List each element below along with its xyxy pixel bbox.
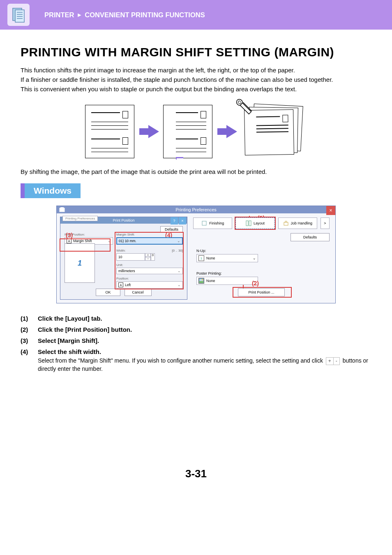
arrow-right-icon [226, 125, 237, 138]
window-titlebar: Printing Preferences × [57, 206, 335, 213]
chevron-down-icon: ⌄ [178, 269, 181, 273]
width-range: [0 .. 30] [172, 249, 183, 252]
preview-thumbnail: 1 [65, 243, 95, 283]
step-text: Select the shift width. [38, 348, 101, 355]
ok-button[interactable]: OK [96, 289, 120, 296]
tab-next-button[interactable]: > [321, 217, 330, 229]
stapler-icon [234, 97, 254, 116]
step-4-detail: Select from the "Margin Shift" menu. If … [38, 357, 371, 373]
diagram-stapled-stack [241, 105, 307, 158]
poster-label: Poster Printing: [196, 271, 326, 275]
margin-shift-label: Margin Shift: [116, 233, 183, 236]
svg-rect-13 [284, 222, 288, 225]
intro-line-3: This is convenient when you wish to stap… [21, 85, 371, 93]
finishing-icon [201, 220, 207, 226]
window-title: Printing Preferences [175, 207, 217, 212]
poster-icon [198, 278, 204, 284]
spinner-buttons-icon: +- [326, 357, 340, 365]
chevron-down-icon: ⌄ [253, 279, 256, 283]
step-number: (2) [21, 326, 32, 333]
tab-layout[interactable]: Layout [235, 217, 274, 229]
width-input[interactable]: 10 [116, 253, 145, 261]
position-label: Position: [116, 277, 183, 280]
step-number: (3) [21, 337, 32, 344]
diagram-note: By shifting the image, the part of the i… [21, 168, 371, 175]
tab-bar: Finishing Layout [193, 217, 330, 229]
print-position-label: Print Position: [65, 233, 113, 236]
svg-rect-8 [60, 208, 65, 212]
nup-select[interactable]: 1None ⌄ [196, 254, 258, 262]
svg-rect-1 [15, 10, 24, 22]
breadcrumb-section[interactable]: PRINTER [44, 11, 74, 19]
os-badge-windows: Windows [21, 183, 81, 198]
width-stepper[interactable]: +− [145, 253, 151, 261]
svg-point-16 [202, 279, 203, 280]
arrow-right-icon [148, 125, 159, 138]
svg-rect-9 [60, 207, 64, 208]
layout-icon [246, 220, 251, 226]
nup-label: N-Up: [196, 249, 326, 253]
step-text: Select [Margin Shift]. [38, 337, 99, 344]
intro-text: This function shifts the print image to … [21, 66, 371, 93]
chevron-down-icon: ⌄ [177, 239, 180, 243]
cancel-button[interactable]: Cancel [125, 289, 152, 296]
margin-shift-select[interactable]: 01) 10 mm. ⌄ [116, 237, 183, 245]
svg-point-7 [238, 100, 242, 104]
breadcrumb-separator-icon: ► [76, 12, 82, 18]
steps-list: (1) Click the [Layout] tab. (2) Click th… [21, 315, 371, 373]
margin-shift-diagram [21, 105, 371, 158]
diagram-before-page [85, 105, 134, 158]
page-number: 3-31 [21, 467, 371, 493]
job-handling-icon [283, 220, 289, 226]
poster-select[interactable]: None ⌄ [196, 277, 258, 285]
diagram-after-page [163, 105, 212, 158]
intro-line-2: If a finisher or saddle finisher is inst… [21, 75, 371, 84]
print-position-button[interactable]: Print Position ... [238, 288, 284, 296]
step-number: (1) [21, 315, 32, 322]
step-text: Click the [Print Position] button. [38, 326, 132, 333]
chevron-down-icon: ⌄ [178, 283, 181, 287]
intro-line-1: This function shifts the print image to … [21, 66, 371, 74]
position-select[interactable]: ALeft ⌄ [116, 281, 183, 289]
dialog-title: Print Position [113, 218, 134, 222]
defaults-button[interactable]: Defaults [160, 226, 183, 233]
page-header: PRINTER ► CONVENIENT PRINTING FUNCTIONS [0, 0, 392, 30]
tab-finishing[interactable]: Finishing [193, 217, 232, 229]
chevron-down-icon: ⌄ [108, 239, 111, 243]
svg-rect-11 [246, 221, 248, 226]
step-number: (4) [21, 348, 32, 355]
svg-rect-10 [202, 221, 206, 225]
breadcrumb-page[interactable]: CONVENIENT PRINTING FUNCTIONS [85, 11, 205, 19]
svg-rect-12 [249, 221, 251, 226]
page-title: PRINTING WITH MARGIN SHIFT SETTING (MARG… [21, 45, 371, 59]
unit-label: Unit: [116, 263, 183, 267]
window-tab[interactable]: Printing Preferences [62, 216, 98, 221]
unit-select[interactable]: millimeters ⌄ [116, 268, 183, 274]
breadcrumb: PRINTER ► CONVENIENT PRINTING FUNCTIONS [44, 11, 205, 19]
svg-rect-15 [199, 281, 203, 283]
step-text: Click the [Layout] tab. [38, 315, 102, 322]
width-label: Width: [116, 249, 126, 252]
print-position-dialog: Print Position ? × (3) (4) Defaults Prin… [60, 217, 187, 300]
plus-icon: + [145, 253, 151, 257]
screenshot: Printing Preferences × Printing Preferen… [21, 206, 371, 303]
tab-job-handling[interactable]: Job Handling [278, 217, 317, 229]
printer-icon [7, 4, 30, 26]
chevron-down-icon: ⌄ [253, 256, 256, 260]
minus-icon: − [145, 257, 151, 261]
defaults-button[interactable]: Defaults [291, 233, 330, 241]
app-icon [59, 207, 65, 213]
